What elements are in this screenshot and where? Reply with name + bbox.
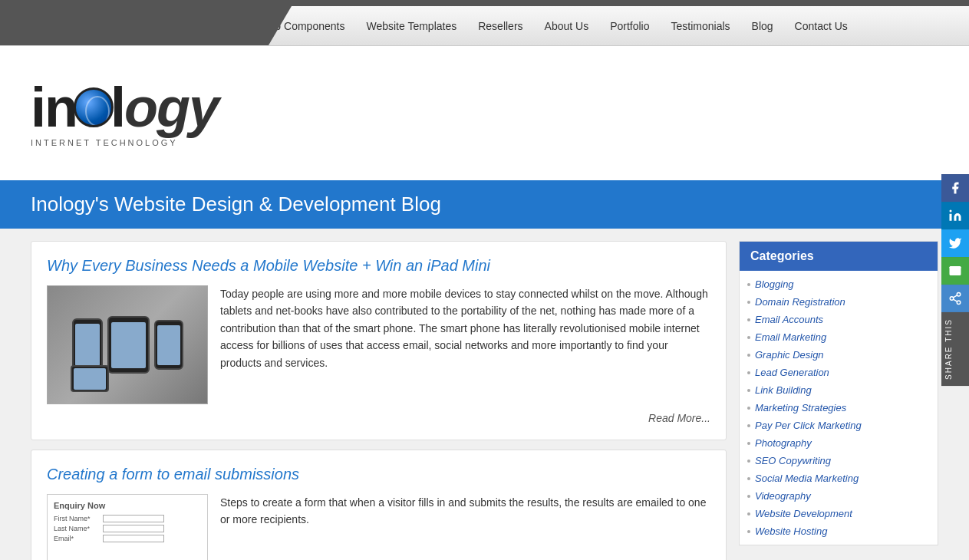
- main-content: Why Every Business Needs a Mobile Websit…: [0, 229, 969, 560]
- share-sidebar: SHARE THIS: [941, 174, 969, 386]
- sidebar: Categories Blogging Domain Registration …: [739, 241, 938, 560]
- phone-screen-3: [157, 325, 180, 365]
- form-row-2: Last Name*: [54, 525, 201, 532]
- logo-ogy: ogy: [124, 80, 218, 135]
- category-photography[interactable]: Photography: [740, 434, 938, 452]
- phone-icon-3: [154, 320, 183, 370]
- post-body-1: Today people are using more and more mob…: [47, 285, 710, 404]
- form-row-1: First Name*: [54, 515, 201, 522]
- svg-point-1: [957, 293, 961, 297]
- logo-subtitle: INTERNET TECHNOLOGY: [31, 138, 218, 147]
- post-excerpt-2: Steps to create a form that when a visit…: [220, 494, 710, 560]
- logo-container[interactable]: inlogy INTERNET TECHNOLOGY: [31, 80, 218, 147]
- top-bar: [0, 0, 969, 6]
- form-thumb-title: Enquiry Now: [54, 501, 201, 510]
- category-seo-copywriting[interactable]: SEO Copywriting: [740, 452, 938, 469]
- category-blogging[interactable]: Blogging: [740, 275, 938, 293]
- category-pay-per-click[interactable]: Pay Per Click Marketing: [740, 417, 938, 434]
- category-website-development[interactable]: Website Development: [740, 505, 938, 522]
- categories-list: Blogging Domain Registration Email Accou…: [740, 271, 938, 545]
- nav-portfolio[interactable]: Portfolio: [599, 20, 660, 32]
- post-title-2[interactable]: Creating a form to email submissions: [47, 466, 299, 483]
- posts-area: Why Every Business Needs a Mobile Websit…: [31, 241, 727, 560]
- svg-point-3: [957, 301, 961, 305]
- category-lead-generation[interactable]: Lead Generation: [740, 364, 938, 381]
- post-body-2: Enquiry Now First Name* Last Name* Email…: [47, 494, 710, 560]
- form-label-2: Last Name*: [54, 525, 100, 532]
- twitter-share-icon[interactable]: [941, 229, 969, 257]
- nav-wrapper: Home Web Services Web Components Website…: [0, 6, 969, 46]
- form-input-2: [103, 525, 164, 532]
- nav-about-us[interactable]: About Us: [534, 20, 600, 32]
- post-thumb-2: Enquiry Now First Name* Last Name* Email…: [47, 494, 208, 560]
- nav-contact-us[interactable]: Contact Us: [784, 20, 859, 32]
- nav-web-components[interactable]: Web Components: [249, 20, 356, 32]
- logo-text: inlogy: [31, 80, 218, 135]
- svg-line-5: [953, 295, 957, 298]
- nav-website-templates[interactable]: Website Templates: [355, 20, 467, 32]
- form-label-3: Email*: [54, 535, 100, 542]
- svg-point-0: [950, 210, 952, 212]
- category-domain-registration[interactable]: Domain Registration: [740, 293, 938, 311]
- category-email-accounts[interactable]: Email Accounts: [740, 311, 938, 328]
- svg-point-2: [950, 297, 954, 301]
- category-website-hosting[interactable]: Website Hosting: [740, 522, 938, 540]
- facebook-share-icon[interactable]: [941, 174, 969, 202]
- linkedin-share-icon[interactable]: [941, 202, 969, 229]
- general-share-icon[interactable]: [941, 285, 969, 312]
- blog-title: Inology's Website Design & Development B…: [31, 193, 938, 216]
- nav-testimonials[interactable]: Testimonials: [661, 20, 741, 32]
- share-text-label: SHARE THIS: [941, 312, 969, 386]
- post-title-1[interactable]: Why Every Business Needs a Mobile Websit…: [47, 257, 490, 274]
- phone-icon-2: [107, 316, 150, 374]
- form-input-3: [103, 535, 164, 542]
- nav-blog[interactable]: Blog: [741, 20, 784, 32]
- form-label-1: First Name*: [54, 515, 100, 522]
- tablet-icon: [71, 365, 109, 392]
- post-excerpt-1: Today people are using more and more mob…: [220, 285, 710, 404]
- nav-resellers[interactable]: Resellers: [467, 20, 533, 32]
- svg-line-4: [953, 299, 957, 301]
- logo-in: in: [31, 80, 77, 135]
- email-share-icon[interactable]: [941, 257, 969, 285]
- blog-header: Inology's Website Design & Development B…: [0, 180, 969, 229]
- post-thumb-1: [47, 285, 208, 404]
- nav-home[interactable]: Home: [110, 20, 160, 32]
- main-nav: Home Web Services Web Components Website…: [110, 20, 859, 32]
- phones-illustration: [48, 286, 207, 404]
- logo-globe-icon: [74, 87, 114, 127]
- category-videography[interactable]: Videography: [740, 487, 938, 505]
- phone-icon-1: [72, 318, 103, 372]
- categories-box: Categories Blogging Domain Registration …: [739, 241, 938, 545]
- post-card-1: Why Every Business Needs a Mobile Websit…: [31, 241, 727, 440]
- category-social-media-marketing[interactable]: Social Media Marketing: [740, 469, 938, 487]
- post-card-2: Creating a form to email submissions Enq…: [31, 450, 727, 560]
- form-input-1: [103, 515, 164, 522]
- tablet-screen: [74, 368, 106, 390]
- categories-header: Categories: [740, 242, 938, 271]
- logo-section: inlogy INTERNET TECHNOLOGY: [0, 46, 969, 180]
- phone-screen-2: [111, 322, 146, 368]
- category-link-building[interactable]: Link Building: [740, 381, 938, 399]
- form-row-3: Email*: [54, 535, 201, 542]
- category-marketing-strategies[interactable]: Marketing Strategies: [740, 399, 938, 417]
- phone-screen-1: [75, 324, 100, 366]
- category-email-marketing[interactable]: Email Marketing: [740, 328, 938, 346]
- category-graphic-design[interactable]: Graphic Design: [740, 346, 938, 364]
- nav-web-services[interactable]: Web Services: [161, 20, 249, 32]
- read-more-1[interactable]: Read More...: [47, 412, 710, 424]
